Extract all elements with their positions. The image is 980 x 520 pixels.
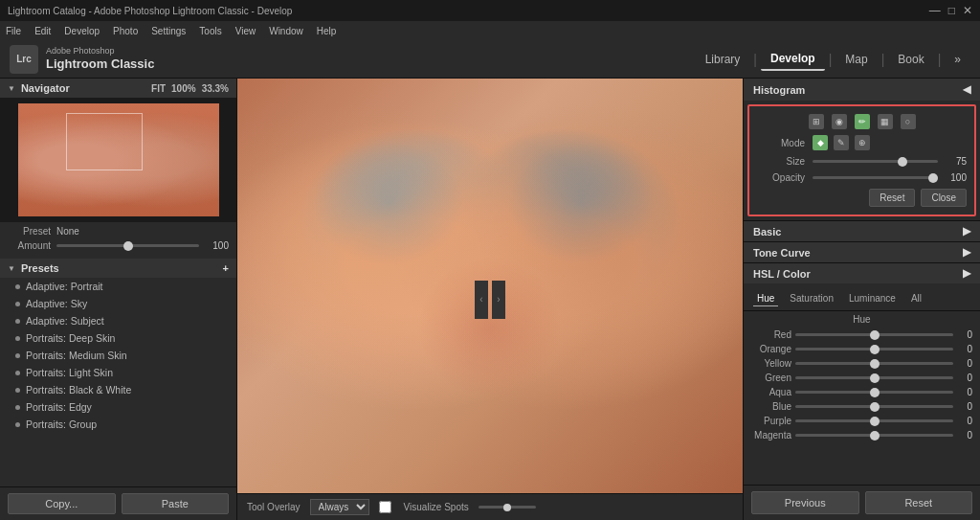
hsl-orange-slider[interactable] — [795, 348, 953, 350]
preset-edgy[interactable]: Portraits: Edgy — [0, 398, 236, 416]
close-popup-button[interactable]: Close — [921, 189, 967, 207]
hue-section-label: Hue — [744, 311, 980, 328]
menu-view[interactable]: View — [235, 26, 256, 36]
preset-bw[interactable]: Portraits: Black & White — [0, 381, 236, 398]
visualize-spots-thumb — [503, 504, 511, 511]
hsl-purple-slider[interactable] — [795, 419, 953, 422]
main-image[interactable] — [237, 79, 743, 493]
preset-dot — [15, 336, 20, 341]
hsl-header[interactable]: HSL / Color ▶ — [744, 263, 980, 283]
navigator-thumbnail — [0, 98, 236, 222]
visualize-spots-slider[interactable] — [479, 506, 536, 509]
mode-label: Mode — [757, 138, 805, 148]
hsl-magenta-row: Magenta 0 — [744, 428, 980, 442]
hsl-aqua-slider[interactable] — [795, 391, 953, 394]
preset-adaptive-sky[interactable]: Adaptive: Sky — [0, 295, 236, 312]
amount-slider[interactable] — [56, 244, 199, 247]
preset-deep-skin[interactable]: Portraits: Deep Skin — [0, 329, 236, 347]
tool-radial-icon[interactable]: ○ — [901, 114, 916, 129]
visualize-spots-checkbox[interactable] — [379, 501, 391, 513]
opacity-slider[interactable] — [813, 176, 938, 179]
bottom-toolbar: Tool Overlay Always Never Auto Visualize… — [237, 493, 743, 520]
hsl-red-slider[interactable] — [795, 333, 953, 336]
tone-curve-header[interactable]: Tone Curve ▶ — [744, 242, 980, 262]
preset-light-skin[interactable]: Portraits: Light Skin — [0, 364, 236, 381]
histogram-header[interactable]: Histogram ◀ — [744, 79, 980, 101]
basic-label: Basic — [753, 226, 781, 237]
mode-add-icon[interactable]: ◆ — [813, 135, 828, 150]
navigator-image — [18, 103, 219, 216]
size-slider[interactable] — [813, 160, 938, 163]
hsl-collapse-icon: ▶ — [963, 267, 970, 280]
menu-settings[interactable]: Settings — [151, 26, 186, 36]
preset-adaptive-portrait[interactable]: Adaptive: Portrait — [0, 278, 236, 295]
tab-develop[interactable]: Develop — [761, 48, 825, 71]
tab-library[interactable]: Library — [696, 49, 750, 70]
preset-medium-skin[interactable]: Portraits: Medium Skin — [0, 347, 236, 364]
hsl-green-thumb — [870, 373, 880, 383]
fit-zoom[interactable]: FIT — [151, 83, 166, 94]
hsl-blue-slider[interactable] — [795, 405, 953, 408]
preset-name: Portraits: Light Skin — [26, 367, 113, 378]
hsl-green-value: 0 — [957, 373, 972, 383]
tone-curve-collapse-icon: ▶ — [963, 246, 970, 259]
collapse-left-panel-button[interactable]: ‹ — [475, 281, 488, 319]
preset-adaptive-subject[interactable]: Adaptive: Subject — [0, 312, 236, 329]
reset-popup-button[interactable]: Reset — [869, 189, 915, 207]
preset-group[interactable]: Portraits: Group — [0, 416, 236, 433]
visualize-spots-label: Visualize Spots — [404, 502, 469, 512]
tool-grad-icon[interactable]: ▦ — [878, 114, 893, 129]
hsl-tab-saturation[interactable]: Saturation — [786, 291, 837, 306]
tool-overlay-select[interactable]: Always Never Auto — [310, 499, 369, 515]
preset-name: Portraits: Group — [26, 418, 97, 430]
add-preset-icon[interactable]: + — [223, 262, 229, 274]
tool-spot-icon[interactable]: ◉ — [832, 114, 847, 129]
close-button[interactable]: ✕ — [963, 4, 972, 17]
menu-window[interactable]: Window — [269, 26, 303, 36]
hsl-green-row: Green 0 — [744, 371, 980, 385]
menu-file[interactable]: File — [6, 26, 21, 36]
maximize-button[interactable]: □ — [948, 4, 955, 17]
tab-map[interactable]: Map — [835, 49, 877, 70]
zoom-33[interactable]: 33.3% — [202, 83, 229, 94]
presets-label: Presets — [21, 262, 59, 274]
presets-header[interactable]: ▼ Presets + — [0, 259, 236, 278]
navigator-label: Navigator — [21, 82, 70, 94]
preset-dot — [15, 388, 20, 393]
tool-crop-icon[interactable]: ⊞ — [809, 114, 824, 129]
menu-tools[interactable]: Tools — [199, 26, 221, 36]
collapse-right-panel-button[interactable]: › — [492, 281, 505, 319]
navigator-header[interactable]: ▼ Navigator FIT 100% 33.3% — [0, 79, 236, 98]
module-tabs: Library | Develop | Map | Book | » — [696, 48, 970, 71]
hsl-green-slider[interactable] — [795, 376, 953, 379]
app-logo: Lrc — [10, 45, 38, 74]
paste-button[interactable]: Paste — [122, 493, 230, 514]
hsl-tab-hue[interactable]: Hue — [753, 291, 778, 306]
hsl-yellow-row: Yellow 0 — [744, 356, 980, 371]
tab-more[interactable]: » — [945, 49, 970, 70]
hsl-yellow-slider[interactable] — [795, 362, 953, 365]
previous-button[interactable]: Previous — [751, 491, 859, 514]
menu-help[interactable]: Help — [317, 26, 337, 36]
hsl-tab-all[interactable]: All — [907, 291, 925, 306]
hsl-magenta-slider[interactable] — [795, 434, 953, 437]
menu-edit[interactable]: Edit — [34, 26, 51, 36]
mode-erase-icon[interactable]: ✎ — [834, 135, 849, 150]
opacity-thumb — [928, 173, 938, 183]
hsl-magenta-label: Magenta — [751, 430, 791, 441]
zoom-100[interactable]: 100% — [171, 83, 196, 94]
tool-brush-icon[interactable]: ✏ — [855, 114, 870, 129]
basic-header[interactable]: Basic ▶ — [744, 221, 980, 241]
menu-develop[interactable]: Develop — [64, 26, 100, 36]
hsl-orange-value: 0 — [957, 344, 972, 354]
tab-book[interactable]: Book — [888, 49, 933, 70]
preset-name: Adaptive: Sky — [26, 298, 87, 309]
hsl-tab-luminance[interactable]: Luminance — [845, 291, 900, 306]
app-layout: Lrc Adobe Photoshop Lightroom Classic Li… — [0, 40, 980, 520]
navigator-collapse-icon: ▼ — [8, 84, 15, 93]
mode-mask-icon[interactable]: ⊕ — [855, 135, 870, 150]
minimize-button[interactable]: — — [929, 4, 941, 17]
copy-button[interactable]: Copy... — [8, 493, 116, 514]
reset-button[interactable]: Reset — [865, 491, 973, 514]
menu-photo[interactable]: Photo — [113, 26, 138, 36]
